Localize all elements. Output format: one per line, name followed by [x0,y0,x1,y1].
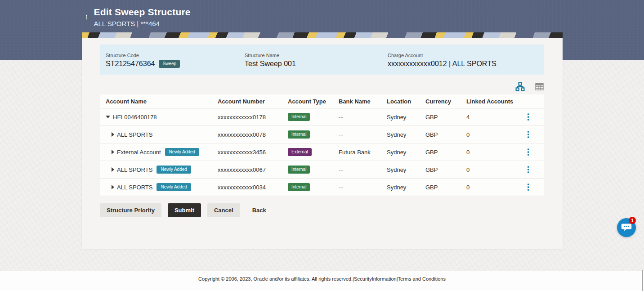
currency: GBP [425,184,466,191]
page-footer: Copyright © 2006, 2023, Oracle and/or it… [0,271,644,291]
account-number: xxxxxxxxxxxx0067 [218,166,288,173]
table-view-icon[interactable] [535,83,544,90]
caret-right-icon[interactable] [112,132,114,137]
table-row: HEL0046400178 xxxxxxxxxxxx0178 Internal … [100,108,544,126]
tree-view-icon[interactable] [515,82,525,91]
linked-accounts-count: 0 [466,184,525,191]
structure-code-label: Structure Code [106,53,245,58]
cancel-button[interactable]: Cancel [207,203,240,217]
location: Sydney [387,131,425,138]
chat-unread-badge: 1 [629,217,636,224]
caret-right-icon[interactable] [112,167,114,172]
currency: GBP [425,149,466,156]
col-account-type: Account Type [288,98,339,105]
back-arrow-icon[interactable]: ↑ [85,13,89,21]
row-actions-menu-icon[interactable] [525,147,532,157]
table-row: ALL SPORTS Newly Added xxxxxxxxxxxx0034 … [100,179,544,196]
charge-account-label: Charge Account [388,53,544,58]
location: Sydney [387,184,425,191]
submit-button[interactable]: Submit [168,203,201,217]
table-row: External Account Newly Added xxxxxxxxxxx… [100,143,544,161]
account-type-badge: Internal [288,130,310,139]
page-subtitle: ALL SPORTS | ***464 [94,20,191,27]
col-account-number: Account Number [218,98,288,105]
account-name: External Account [117,149,161,156]
account-number: xxxxxxxxxxxx0078 [218,131,288,138]
location: Sydney [387,114,425,121]
charge-account-value: xxxxxxxxxxxx0012 | ALL SPORTS [388,60,496,68]
account-name: ALL SPORTS [117,131,152,138]
account-name: HEL0046400178 [113,114,157,121]
security-information-link[interactable]: SecurityInformation [354,276,397,282]
currency: GBP [425,131,466,138]
back-button[interactable]: Back [246,203,273,217]
account-number: xxxxxxxxxxxx0178 [218,114,288,121]
col-linked-accounts: Linked Accounts [466,98,525,105]
structure-name-value: Test Sweep 001 [245,60,296,68]
newly-added-badge: Newly Added [157,166,191,174]
bank-name: Futura Bank [339,149,387,156]
table-row: ALL SPORTS xxxxxxxxxxxx0078 Internal -- … [100,126,544,143]
account-name: ALL SPORTS [117,184,152,191]
row-actions-menu-icon[interactable] [525,165,532,175]
linked-accounts-count: 0 [466,149,525,156]
col-account-name: Account Name [100,98,218,105]
table-header-row: Account Name Account Number Account Type… [100,94,544,108]
terms-and-conditions-link[interactable]: Terms and Conditions [398,276,446,282]
row-actions-menu-icon[interactable] [525,112,532,122]
row-actions-menu-icon[interactable] [525,130,532,139]
account-type-badge: Internal [288,113,310,121]
newly-added-badge: Newly Added [157,183,191,191]
location: Sydney [387,166,425,173]
structure-code-field: Structure Code ST2125476364 Sweep [100,52,245,68]
action-buttons: Structure Priority Submit Cancel Back [100,203,544,217]
structure-code-value: ST2125476364 [106,60,155,68]
account-type-badge: Internal [288,183,310,191]
vertical-scrollbar[interactable] [642,270,643,291]
structure-summary-bar: Structure Code ST2125476364 Sweep Struct… [100,45,544,75]
table-row: ALL SPORTS Newly Added xxxxxxxxxxxx0067 … [100,161,544,179]
page-title: Edit Sweep Structure [94,7,191,18]
copyright-text: Copyright © 2006, 2023, Oracle and/or it… [198,276,353,282]
account-number: xxxxxxxxxxxx3456 [218,149,288,156]
account-type-badge: Internal [288,166,310,174]
bank-name: -- [339,166,387,173]
newly-added-badge: Newly Added [165,148,199,156]
currency: GBP [425,166,466,173]
content-card: Structure Code ST2125476364 Sweep Struct… [82,32,563,249]
col-bank-name: Bank Name [339,98,387,105]
bank-name: -- [339,131,387,138]
linked-accounts-count: 0 [466,166,525,173]
bank-name: -- [339,114,387,121]
caret-right-icon[interactable] [112,150,114,154]
linked-accounts-count: 0 [466,131,525,138]
chat-fab[interactable]: 1 [617,218,636,237]
bank-name: -- [339,184,387,191]
account-type-badge: External [288,148,312,156]
linked-accounts-table: Account Name Account Number Account Type… [100,94,544,196]
location: Sydney [387,149,425,156]
view-toggle [100,81,544,91]
page: ↑ Edit Sweep Structure ALL SPORTS | ***4… [0,0,644,291]
currency: GBP [425,114,466,121]
structure-name-label: Structure Name [245,53,388,58]
linked-accounts-count: 4 [466,114,525,121]
caret-right-icon[interactable] [112,185,114,189]
account-name: ALL SPORTS [117,166,152,173]
charge-account-field: Charge Account xxxxxxxxxxxx0012 | ALL SP… [388,52,544,68]
caret-down-icon[interactable] [106,116,110,118]
col-currency: Currency [425,98,466,105]
account-number: xxxxxxxxxxxx0034 [218,184,288,191]
decorative-banner [82,32,563,38]
sweep-type-badge: Sweep [159,60,180,68]
col-location: Location [387,98,425,105]
row-actions-menu-icon[interactable] [525,182,532,192]
structure-priority-button[interactable]: Structure Priority [100,203,161,217]
structure-name-field: Structure Name Test Sweep 001 [245,52,388,68]
